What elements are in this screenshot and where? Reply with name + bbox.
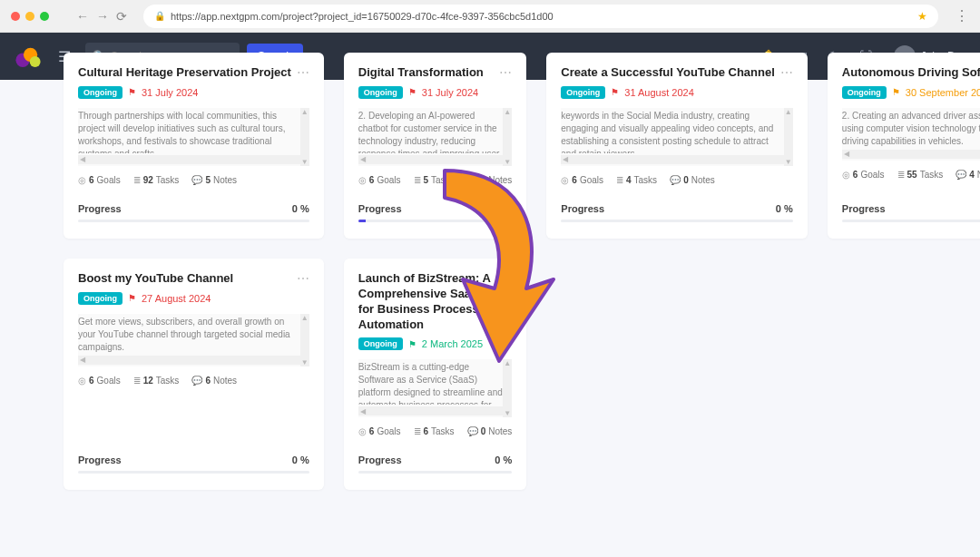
close-window-button[interactable] bbox=[11, 12, 20, 21]
scrollbar-horizontal[interactable]: ◀▶ bbox=[561, 155, 793, 164]
card-more-icon[interactable]: ⋯ bbox=[297, 271, 309, 286]
status-badge: Ongoing bbox=[358, 337, 403, 350]
target-icon: ◎ bbox=[842, 170, 850, 180]
tasks-stat: ≣12 Tasks bbox=[133, 376, 180, 386]
progress-value: 0 % bbox=[292, 454, 309, 465]
progress-value: 0 % bbox=[776, 203, 793, 214]
svg-point-2 bbox=[30, 56, 41, 67]
notes-stat: 💬6 Notes bbox=[191, 376, 237, 386]
flag-icon: ⚑ bbox=[611, 87, 619, 97]
card-more-icon[interactable]: ⋯ bbox=[297, 65, 309, 80]
scrollbar-horizontal[interactable]: ◀▶ bbox=[78, 356, 309, 365]
due-date: 2 March 2025 bbox=[422, 338, 483, 349]
browser-menu-button[interactable]: ⋮ bbox=[955, 7, 969, 24]
list-icon: ≣ bbox=[414, 175, 421, 185]
browser-chrome: ← → ⟳ 🔒 https://app.nextgpm.com/project?… bbox=[0, 0, 980, 33]
chat-icon: 💬 bbox=[191, 175, 202, 185]
scrollbar-vertical[interactable]: ▲▼ bbox=[300, 108, 309, 166]
chat-icon: 💬 bbox=[670, 175, 681, 185]
project-description: Through partnerships with local communit… bbox=[78, 110, 309, 153]
progress-label: Progress bbox=[842, 203, 886, 214]
progress-bar bbox=[78, 471, 309, 474]
progress-label: Progress bbox=[78, 454, 122, 465]
target-icon: ◎ bbox=[78, 175, 86, 185]
status-badge: Ongoing bbox=[358, 86, 403, 99]
progress-label: Progress bbox=[561, 203, 604, 214]
project-title: Create a Successful YouTube Channel bbox=[561, 65, 775, 81]
scrollbar-vertical[interactable]: ▲▼ bbox=[300, 314, 309, 366]
scrollbar-vertical[interactable]: ▲▼ bbox=[503, 108, 512, 166]
forward-button[interactable]: → bbox=[96, 9, 109, 24]
due-date: 31 August 2024 bbox=[624, 87, 693, 98]
project-description: 2. Creating an advanced driver assistanc… bbox=[842, 110, 980, 148]
tasks-stat: ≣6 Tasks bbox=[414, 426, 455, 436]
target-icon: ◎ bbox=[561, 175, 569, 185]
goals-stat: ◎6 Goals bbox=[358, 175, 401, 185]
project-title: Cultural Heritage Preservation Project bbox=[78, 65, 291, 81]
card-more-icon[interactable]: ⋯ bbox=[780, 65, 793, 80]
app-logo[interactable] bbox=[13, 41, 44, 72]
minimize-window-button[interactable] bbox=[25, 12, 34, 21]
progress-label: Progress bbox=[358, 454, 402, 465]
tasks-stat: ≣4 Tasks bbox=[616, 175, 657, 185]
list-icon: ≣ bbox=[133, 175, 141, 185]
progress-bar bbox=[78, 220, 309, 222]
scrollbar-vertical[interactable]: ▲▼ bbox=[784, 108, 793, 166]
progress-value: 0 % bbox=[495, 454, 512, 465]
list-icon: ≣ bbox=[897, 170, 905, 180]
goals-stat: ◎6 Goals bbox=[78, 376, 121, 386]
chat-icon: 💬 bbox=[467, 426, 478, 436]
flag-icon: ⚑ bbox=[128, 293, 136, 303]
progress-label: Progress bbox=[78, 203, 122, 214]
project-card[interactable]: Launch of BizStream: A Comprehensive Saa… bbox=[344, 259, 527, 491]
flag-icon: ⚑ bbox=[408, 339, 416, 349]
lock-icon: 🔒 bbox=[154, 11, 165, 21]
project-title: Digital Transformation bbox=[358, 65, 495, 81]
project-title: Autonomous Driving Software Development bbox=[842, 65, 980, 81]
project-description: BizStream is a cutting-edge Software as … bbox=[358, 361, 513, 405]
projects-grid: Cultural Heritage Preservation Project ⋯… bbox=[0, 80, 980, 526]
target-icon: ◎ bbox=[358, 426, 367, 436]
flag-icon: ⚑ bbox=[128, 87, 136, 97]
project-card[interactable]: Digital Transformation ⋯ Ongoing ⚑ 31 Ju… bbox=[344, 53, 527, 239]
scrollbar-horizontal[interactable]: ◀▶ bbox=[358, 155, 513, 164]
project-card[interactable]: Autonomous Driving Software Development … bbox=[828, 53, 980, 239]
project-card[interactable]: Boost my YouTube Channel ⋯ Ongoing ⚑ 27 … bbox=[64, 259, 324, 491]
notes-stat: 💬4 Notes bbox=[956, 170, 980, 180]
target-icon: ◎ bbox=[358, 175, 367, 185]
list-icon: ≣ bbox=[414, 426, 421, 436]
status-badge: Ongoing bbox=[561, 86, 605, 99]
flag-icon: ⚑ bbox=[892, 87, 900, 97]
tasks-stat: ≣92 Tasks bbox=[133, 175, 180, 185]
notes-stat: 💬7 Notes bbox=[467, 175, 513, 185]
scrollbar-horizontal[interactable]: ◀▶ bbox=[358, 406, 513, 415]
notes-stat: 💬0 Notes bbox=[467, 426, 513, 436]
maximize-window-button[interactable] bbox=[40, 12, 49, 21]
flag-icon: ⚑ bbox=[408, 87, 416, 97]
chat-icon: 💬 bbox=[191, 376, 202, 386]
card-more-icon[interactable]: ⋯ bbox=[499, 65, 512, 80]
due-date: 27 August 2024 bbox=[142, 293, 211, 304]
reload-button[interactable]: ⟳ bbox=[116, 9, 127, 24]
project-title: Launch of BizStream: A Comprehensive Saa… bbox=[358, 271, 495, 333]
back-button[interactable]: ← bbox=[76, 9, 89, 24]
scrollbar-vertical[interactable]: ▲▼ bbox=[503, 359, 512, 417]
project-description: Get more views, subscribers, and overall… bbox=[78, 316, 309, 354]
progress-bar bbox=[561, 220, 793, 222]
bookmark-star-icon[interactable]: ★ bbox=[917, 10, 927, 23]
goals-stat: ◎6 Goals bbox=[78, 175, 121, 185]
scrollbar-horizontal[interactable]: ◀▶ bbox=[842, 150, 980, 159]
due-date: 31 July 2024 bbox=[422, 87, 478, 98]
project-card[interactable]: Create a Successful YouTube Channel ⋯ On… bbox=[546, 53, 808, 239]
url-bar[interactable]: 🔒 https://app.nextgpm.com/project?projec… bbox=[143, 5, 938, 28]
list-icon: ≣ bbox=[133, 376, 141, 386]
project-title: Boost my YouTube Channel bbox=[78, 271, 291, 287]
scrollbar-horizontal[interactable]: ◀▶ bbox=[78, 155, 309, 164]
progress-value: 5 % bbox=[495, 203, 512, 214]
notes-stat: 💬5 Notes bbox=[191, 175, 237, 185]
card-more-icon[interactable]: ⋯ bbox=[499, 271, 512, 286]
due-date: 31 July 2024 bbox=[142, 87, 198, 98]
project-card[interactable]: Cultural Heritage Preservation Project ⋯… bbox=[64, 53, 324, 239]
notes-stat: 💬0 Notes bbox=[670, 175, 715, 185]
due-date: 30 September 2024 bbox=[906, 87, 980, 98]
